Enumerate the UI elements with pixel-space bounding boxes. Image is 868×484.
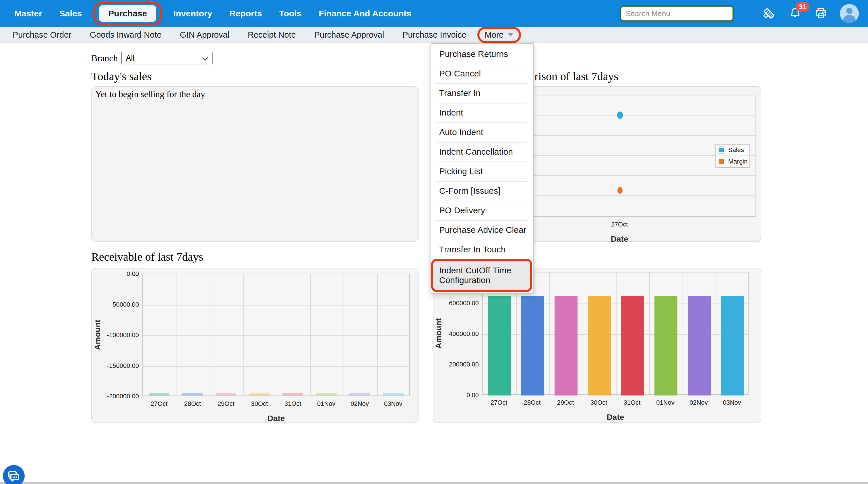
bar xyxy=(688,296,711,396)
legend-label: Margin xyxy=(728,158,747,165)
notification-badge: 31 xyxy=(796,2,809,12)
gridline xyxy=(549,273,550,394)
x-axis-title: Date xyxy=(595,413,636,422)
nav-item-sales[interactable]: Sales xyxy=(59,9,82,19)
chat-dots xyxy=(12,477,17,478)
nav-item-purchase-label: Purchase xyxy=(108,9,147,18)
avatar[interactable] xyxy=(840,4,859,23)
legend-row: Margin xyxy=(716,155,749,167)
x-tick-label: 30Oct xyxy=(243,400,276,407)
x-tick-label: 29Oct xyxy=(549,399,582,406)
printer-icon[interactable] xyxy=(813,6,828,21)
subnav-goods-inward-note[interactable]: Goods Inward Note xyxy=(90,30,162,40)
bar xyxy=(488,296,511,396)
purchase-subnav: Purchase Order Goods Inward Note GIN App… xyxy=(0,27,868,43)
bar xyxy=(721,296,744,396)
y-tick-label: 600000.00 xyxy=(433,300,479,307)
menu-item-c-form-issues[interactable]: C-Form [Issues] xyxy=(431,181,533,201)
nav-item-purchase[interactable]: Purchase xyxy=(99,5,156,22)
subnav-receipt-note[interactable]: Receipt Note xyxy=(248,30,296,40)
gridline xyxy=(243,274,244,396)
legend-swatch-sales xyxy=(718,146,725,154)
bar xyxy=(654,296,677,396)
top-navbar: Master Sales Purchase Inventory Reports … xyxy=(0,0,868,27)
today-sales-title: Today's sales xyxy=(91,69,152,83)
menu-item-indent-cancellation[interactable]: Indent Cancellation xyxy=(431,142,533,162)
brush-icon[interactable] xyxy=(761,6,777,21)
chevron-down-icon xyxy=(202,57,208,61)
chat-button[interactable] xyxy=(2,464,25,484)
subnav-gin-approval[interactable]: GIN Approval xyxy=(180,30,229,40)
x-tick-label: 28Oct xyxy=(176,400,209,407)
app-screen: Master Sales Purchase Inventory Reports … xyxy=(0,0,868,484)
bar xyxy=(555,296,578,396)
menu-item-picking-list[interactable]: Picking List xyxy=(431,162,533,181)
gridline xyxy=(616,273,617,394)
subnav-purchase-invoice[interactable]: Purchase Invoice xyxy=(402,30,466,40)
x-tick-label: 27Oct xyxy=(143,400,176,407)
gridline xyxy=(210,274,210,396)
x-tick-label: 27Oct xyxy=(603,221,636,228)
x-tick-label: 28Oct xyxy=(516,399,549,406)
menu-item-po-cancel[interactable]: PO Cancel xyxy=(431,64,533,83)
data-point-sales xyxy=(617,112,623,119)
gridline xyxy=(683,273,683,394)
nav-item-tools[interactable]: Tools xyxy=(279,9,302,19)
x-tick-label: 03Nov xyxy=(715,399,749,406)
branch-select[interactable]: All xyxy=(121,52,213,64)
x-tick-label: 02Nov xyxy=(343,400,376,407)
nav-item-finance[interactable]: Finance And Accounts xyxy=(319,9,411,19)
mini-bar xyxy=(249,393,270,396)
search-input[interactable] xyxy=(620,5,734,22)
gridline xyxy=(377,274,378,396)
chevron-down-icon xyxy=(508,33,514,36)
nav-item-reports[interactable]: Reports xyxy=(229,9,262,19)
bar xyxy=(621,296,644,396)
comparison-title-partial: rison of last 7days xyxy=(534,69,618,83)
y-axis-title: Amount xyxy=(93,320,102,350)
gridline xyxy=(277,274,277,396)
subnav-more-button[interactable]: More xyxy=(485,30,514,40)
receivable-chart: 0.00-50000.00-100000.00-150000.00-200000… xyxy=(92,268,418,423)
nav-item-inventory[interactable]: Inventory xyxy=(174,9,212,19)
x-tick-label: 03Nov xyxy=(377,400,410,407)
bell-icon[interactable]: 31 xyxy=(788,7,802,21)
menu-item-transfer-in-touch[interactable]: Transfer In Touch xyxy=(431,240,533,259)
data-point-margin xyxy=(617,187,623,194)
bar xyxy=(521,296,544,396)
mini-bar xyxy=(383,393,404,396)
mini-bar xyxy=(282,393,303,396)
menu-item-indent-cutoff-time-configuration[interactable]: Indent CutOff Time Configuration xyxy=(433,261,532,290)
y-tick-label: -200000.00 xyxy=(92,393,139,400)
nav-item-master[interactable]: Master xyxy=(14,9,42,19)
legend-label: Sales xyxy=(728,146,744,154)
gridline xyxy=(143,366,409,367)
today-sales-card: Yet to begin selling for the day xyxy=(91,86,418,242)
menu-item-indent[interactable]: Indent xyxy=(431,103,533,122)
receivable-chart-card: 0.00-50000.00-100000.00-150000.00-200000… xyxy=(91,268,418,423)
receivable-title: Receivable of last 7days xyxy=(91,250,203,263)
gridline xyxy=(177,274,177,396)
legend-swatch-margin xyxy=(718,158,725,165)
menu-item-label: Indent CutOff Time Configuration xyxy=(439,265,527,285)
menu-item-po-delivery[interactable]: PO Delivery xyxy=(431,201,533,220)
y-axis-title: Amount xyxy=(434,318,443,349)
subnav-purchase-order[interactable]: Purchase Order xyxy=(12,30,71,40)
menu-item-purchase-returns[interactable]: Purchase Returns xyxy=(431,44,533,64)
gridline xyxy=(716,273,716,394)
y-tick-label: -150000.00 xyxy=(92,362,139,370)
gridline xyxy=(310,274,311,396)
gridline xyxy=(143,335,409,336)
menu-item-transfer-in[interactable]: Transfer In xyxy=(431,83,533,103)
x-tick-label: 01Nov xyxy=(310,400,343,407)
more-dropdown-menu: Purchase Returns PO Cancel Transfer In I… xyxy=(431,43,534,294)
branch-select-value: All xyxy=(126,54,134,63)
subnav-purchase-approval[interactable]: Purchase Approval xyxy=(314,30,384,40)
gridline xyxy=(583,273,583,394)
branch-filter-row: Branch All xyxy=(91,52,213,64)
menu-item-purchase-advice-clear[interactable]: Purchase Advice Clear xyxy=(431,220,533,240)
menu-item-auto-indent[interactable]: Auto Indent xyxy=(431,122,533,142)
plot-area xyxy=(143,274,410,396)
x-tick-label: 01Nov xyxy=(649,399,682,406)
x-tick-label: 31Oct xyxy=(615,399,649,406)
